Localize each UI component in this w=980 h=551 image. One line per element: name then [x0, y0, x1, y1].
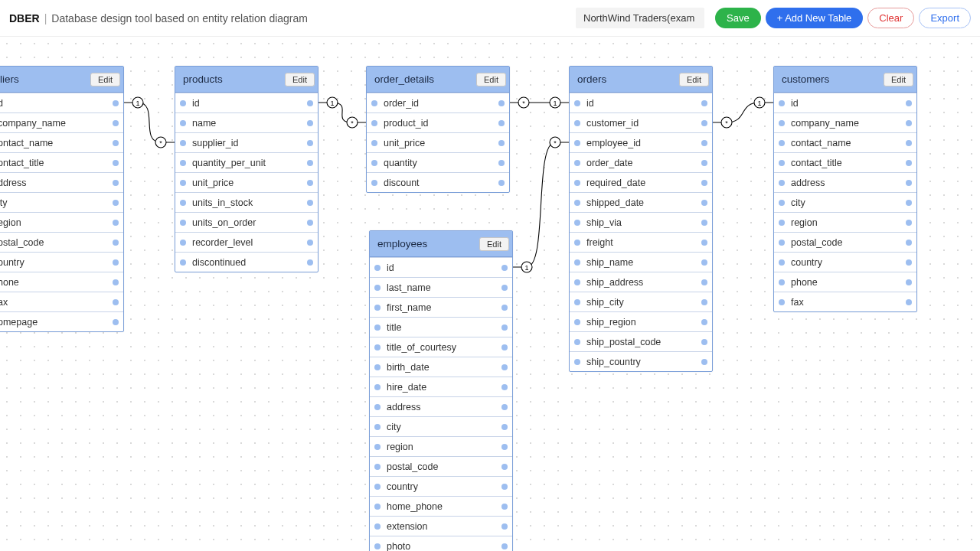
port-left-icon[interactable] — [374, 424, 381, 430]
port-right-icon[interactable] — [701, 140, 707, 146]
field-row[interactable]: address — [774, 172, 916, 192]
field-row[interactable]: shipped_date — [570, 192, 712, 212]
port-right-icon[interactable] — [701, 100, 707, 106]
port-right-icon[interactable] — [498, 120, 505, 126]
port-left-icon[interactable] — [371, 100, 377, 106]
port-right-icon[interactable] — [501, 464, 508, 470]
port-left-icon[interactable] — [374, 265, 381, 271]
port-right-icon[interactable] — [113, 299, 119, 305]
port-right-icon[interactable] — [906, 180, 912, 186]
port-left-icon[interactable] — [180, 180, 186, 186]
field-row[interactable]: country — [370, 476, 512, 496]
port-left-icon[interactable] — [574, 319, 580, 325]
field-row[interactable]: title — [370, 317, 512, 337]
port-right-icon[interactable] — [906, 240, 912, 246]
port-right-icon[interactable] — [498, 140, 505, 146]
port-right-icon[interactable] — [501, 543, 508, 549]
port-left-icon[interactable] — [374, 484, 381, 490]
port-right-icon[interactable] — [501, 404, 508, 410]
port-right-icon[interactable] — [501, 344, 508, 350]
port-right-icon[interactable] — [906, 220, 912, 226]
field-row[interactable]: customer_id — [570, 112, 712, 132]
port-right-icon[interactable] — [498, 180, 505, 186]
port-left-icon[interactable] — [374, 305, 381, 311]
port-right-icon[interactable] — [113, 160, 119, 166]
port-left-icon[interactable] — [374, 384, 381, 390]
port-left-icon[interactable] — [374, 464, 381, 470]
field-row[interactable]: name — [175, 112, 318, 132]
field-row[interactable]: ship_postal_code — [570, 331, 712, 351]
port-right-icon[interactable] — [498, 100, 505, 106]
field-row[interactable]: country — [774, 252, 916, 272]
port-left-icon[interactable] — [574, 339, 580, 345]
port-left-icon[interactable] — [371, 140, 377, 146]
field-row[interactable]: last_name — [370, 277, 512, 297]
table-header[interactable]: ppliersEdit — [0, 67, 123, 93]
field-row[interactable]: ship_country — [570, 351, 712, 371]
port-right-icon[interactable] — [307, 240, 313, 246]
port-left-icon[interactable] — [180, 240, 186, 246]
port-left-icon[interactable] — [374, 364, 381, 370]
field-row[interactable]: product_id — [367, 112, 509, 132]
clear-button[interactable]: Clear — [867, 8, 914, 28]
port-left-icon[interactable] — [779, 180, 785, 186]
port-left-icon[interactable] — [574, 100, 580, 106]
canvas[interactable]: 1*1**1*11* ppliersEditdcompany_nameontac… — [0, 37, 980, 551]
table-header[interactable]: employeesEdit — [370, 231, 512, 257]
port-right-icon[interactable] — [906, 259, 912, 266]
port-left-icon[interactable] — [374, 404, 381, 410]
port-right-icon[interactable] — [113, 240, 119, 246]
port-left-icon[interactable] — [779, 299, 785, 305]
field-row[interactable]: ountry — [0, 252, 123, 272]
port-right-icon[interactable] — [501, 504, 508, 510]
port-right-icon[interactable] — [501, 424, 508, 430]
port-right-icon[interactable] — [501, 324, 508, 331]
field-row[interactable]: ontact_name — [0, 132, 123, 152]
port-left-icon[interactable] — [371, 180, 377, 186]
table-products[interactable]: productsEditidnamesupplier_idquantity_pe… — [175, 66, 318, 272]
field-row[interactable]: fax — [774, 292, 916, 311]
port-right-icon[interactable] — [701, 240, 707, 246]
port-right-icon[interactable] — [498, 160, 505, 166]
field-row[interactable]: company_name — [774, 112, 916, 132]
port-right-icon[interactable] — [701, 120, 707, 126]
field-row[interactable]: city — [774, 192, 916, 212]
port-right-icon[interactable] — [307, 120, 313, 126]
field-row[interactable]: ship_via — [570, 212, 712, 232]
edit-table-button[interactable]: Edit — [479, 237, 509, 251]
port-left-icon[interactable] — [779, 200, 785, 206]
port-right-icon[interactable] — [113, 259, 119, 266]
port-left-icon[interactable] — [574, 279, 580, 285]
field-row[interactable]: egion — [0, 212, 123, 232]
field-row[interactable]: ontact_title — [0, 152, 123, 172]
port-left-icon[interactable] — [574, 140, 580, 146]
port-right-icon[interactable] — [113, 100, 119, 106]
port-right-icon[interactable] — [701, 279, 707, 285]
field-row[interactable]: ship_region — [570, 311, 712, 331]
table-employees[interactable]: employeesEditidlast_namefirst_nametitlet… — [369, 230, 513, 551]
port-left-icon[interactable] — [574, 120, 580, 126]
table-header[interactable]: customersEdit — [774, 67, 916, 93]
port-right-icon[interactable] — [113, 120, 119, 126]
field-row[interactable]: order_id — [367, 93, 509, 112]
export-button[interactable]: Export — [919, 8, 971, 28]
port-right-icon[interactable] — [501, 305, 508, 311]
port-left-icon[interactable] — [779, 120, 785, 126]
table-customers[interactable]: customersEditidcompany_namecontact_namec… — [773, 66, 917, 312]
port-left-icon[interactable] — [374, 324, 381, 331]
port-left-icon[interactable] — [371, 120, 377, 126]
add-new-table-button[interactable]: + Add New Table — [766, 8, 864, 28]
field-row[interactable]: required_date — [570, 172, 712, 192]
field-row[interactable]: ity — [0, 192, 123, 212]
field-row[interactable]: discontinued — [175, 252, 318, 272]
port-right-icon[interactable] — [501, 523, 508, 530]
port-right-icon[interactable] — [701, 160, 707, 166]
field-row[interactable]: postal_code — [370, 456, 512, 476]
port-left-icon[interactable] — [779, 279, 785, 285]
port-right-icon[interactable] — [906, 279, 912, 285]
port-right-icon[interactable] — [113, 220, 119, 226]
field-row[interactable]: ship_address — [570, 272, 712, 292]
port-right-icon[interactable] — [501, 484, 508, 490]
port-right-icon[interactable] — [501, 444, 508, 450]
port-right-icon[interactable] — [906, 160, 912, 166]
